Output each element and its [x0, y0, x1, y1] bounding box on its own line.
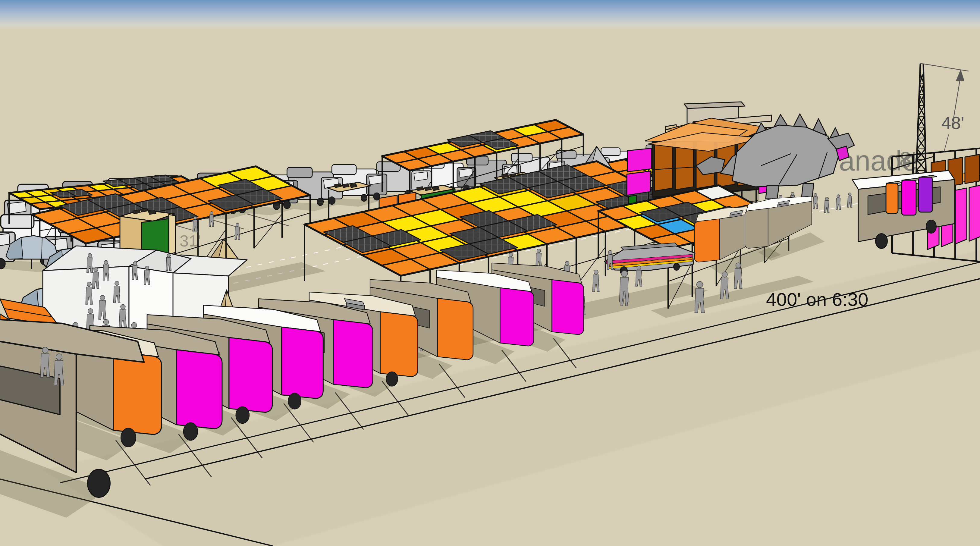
- dimension-31ft-group: 31': [180, 232, 201, 250]
- ground-label-esplanade-fragment: anade8': [839, 145, 918, 177]
- sketchup-3d-camp-render: anade8'31'48' 400' on 6:30: [0, 0, 980, 546]
- annotation-tower-height: 48': [942, 113, 964, 132]
- sky: [0, 0, 980, 30]
- scene-canvas: anade8'31'48': [0, 0, 980, 546]
- annotation-frontage-dimension: 400' on 6:30: [766, 289, 868, 310]
- dimension-31ft: 31': [180, 232, 201, 250]
